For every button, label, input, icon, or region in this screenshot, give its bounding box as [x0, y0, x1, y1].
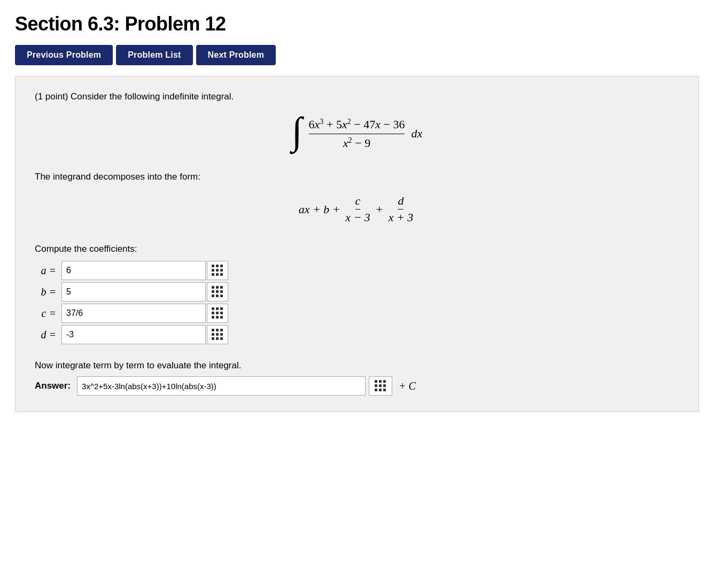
page-title: Section 6.3: Problem 12: [15, 13, 699, 35]
integrate-text: Now integrate term by term to evaluate t…: [35, 360, 679, 371]
integral-fraction: 6x3 + 5x2 − 47x − 36 x2 − 9: [309, 117, 405, 150]
decompose-ax: ax + b +: [299, 203, 343, 216]
decompose-frac-d: d x + 3: [389, 194, 414, 225]
coeff-row-d: d =: [35, 325, 679, 344]
integral-symbol: ∫: [292, 112, 302, 150]
coeff-row-b: b =: [35, 282, 679, 301]
coeff-grid-btn-a[interactable]: [207, 261, 228, 280]
prev-problem-button[interactable]: Previous Problem: [15, 45, 113, 65]
integral-denominator: x2 − 9: [343, 134, 370, 150]
answer-input[interactable]: [77, 376, 366, 396]
problem-box: (1 point) Consider the following indefin…: [15, 76, 699, 412]
plus-c-label: + C: [399, 380, 416, 392]
answer-grid-btn[interactable]: [369, 376, 392, 396]
coeff-input-a[interactable]: [61, 261, 206, 280]
integral-numerator: 6x3 + 5x2 − 47x − 36: [309, 117, 405, 134]
dx-label: dx: [411, 127, 422, 141]
answer-row: Answer: + C: [35, 376, 679, 396]
coeff-input-c[interactable]: [61, 304, 206, 323]
nav-buttons: Previous Problem Problem List Next Probl…: [15, 45, 699, 65]
coeff-label-a: a =: [35, 265, 61, 277]
grid-icon-a: [212, 265, 223, 276]
coeff-input-b[interactable]: [61, 282, 206, 301]
coeff-row-c: c =: [35, 304, 679, 323]
decompose-d-numerator: d: [398, 194, 403, 210]
decompose-frac-c: c x − 3: [345, 194, 370, 225]
problem-intro: (1 point) Consider the following indefin…: [35, 91, 679, 102]
integral-display: ∫ 6x3 + 5x2 − 47x − 36 x2 − 9 dx: [35, 117, 679, 150]
answer-label: Answer:: [35, 381, 71, 391]
coeff-grid-btn-b[interactable]: [207, 282, 228, 301]
coeff-row-a: a =: [35, 261, 679, 280]
coeff-label-d: d =: [35, 329, 61, 341]
coeff-input-d[interactable]: [61, 325, 206, 344]
coeff-label-c: c =: [35, 307, 61, 320]
decompose-d-denominator: x + 3: [389, 210, 414, 225]
answer-grid-icon: [375, 380, 386, 392]
next-problem-button[interactable]: Next Problem: [196, 45, 276, 65]
problem-list-button[interactable]: Problem List: [116, 45, 192, 65]
coeff-label-b: b =: [35, 286, 61, 298]
coefficients-section: Compute the coefficients: a = b =: [35, 244, 679, 344]
decompose-c-denominator: x − 3: [345, 210, 370, 225]
coeff-grid-btn-c[interactable]: [207, 304, 228, 323]
grid-icon-b: [212, 286, 223, 298]
coefficients-title: Compute the coefficients:: [35, 244, 679, 254]
decompose-text: The integrand decomposes into the form:: [35, 172, 679, 182]
decompose-formula: ax + b + c x − 3 + d x + 3: [35, 194, 679, 225]
coeff-grid-btn-d[interactable]: [207, 325, 228, 344]
decompose-plus: +: [372, 203, 386, 216]
grid-icon-d: [212, 329, 223, 341]
decompose-c-numerator: c: [355, 194, 361, 210]
grid-icon-c: [212, 307, 223, 319]
